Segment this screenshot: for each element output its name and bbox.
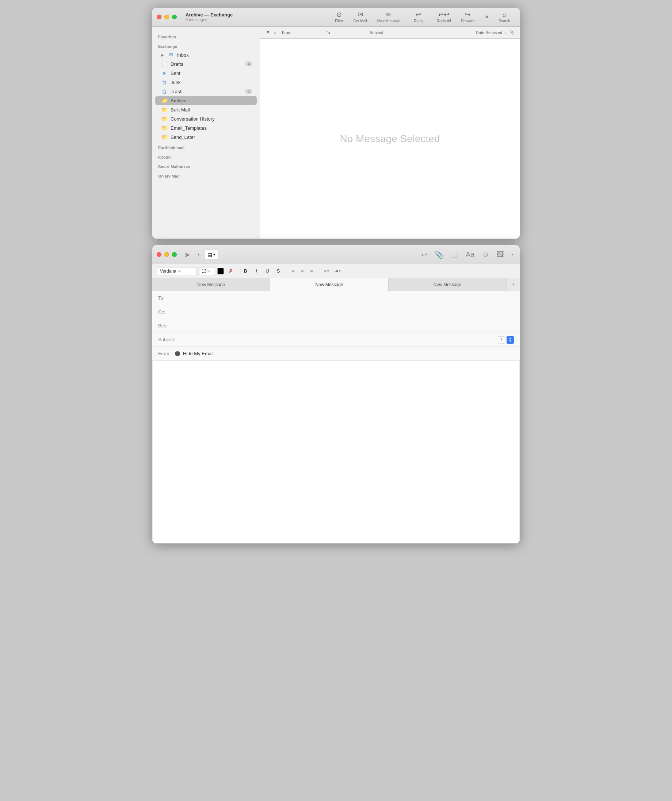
bold-button[interactable]: B xyxy=(241,267,250,275)
subject-label: Subject: xyxy=(158,337,180,343)
sidebar-item-trash[interactable]: 🗑 Trash 6 xyxy=(155,87,257,96)
photo-button[interactable]: 🖼 xyxy=(494,249,506,260)
date-label: Date Received xyxy=(476,31,502,35)
maximize-button[interactable] xyxy=(172,14,177,19)
attach-button[interactable]: 📎 xyxy=(432,249,446,261)
sent-icon: ➤ xyxy=(161,70,168,76)
subject-input[interactable] xyxy=(180,337,498,343)
toolbar: ⊙ Filter ✉ Get Mail ✏ New Message ↩ Repl… xyxy=(330,9,515,25)
sidebar-item-email-templates[interactable]: 📁 Email_Templates xyxy=(155,124,257,132)
photo-dropdown-button[interactable]: ▾ xyxy=(509,251,515,258)
compose-tab-2[interactable]: New Message xyxy=(270,278,388,291)
compose-tab-2-label: New Message xyxy=(315,282,343,287)
email-templates-icon: 📁 xyxy=(161,125,168,131)
cc-input[interactable] xyxy=(180,309,514,315)
close-button[interactable] xyxy=(157,14,162,19)
compose-body[interactable] xyxy=(152,361,520,544)
compose-fields: To: Cc: Bcc: Subject: ! ▲ ▼ xyxy=(152,291,520,361)
undo-button[interactable]: ↩ xyxy=(419,249,430,261)
bcc-input[interactable] xyxy=(180,323,514,328)
priority-badge[interactable]: ! xyxy=(498,336,505,344)
compose-tab-3-label: New Message xyxy=(433,282,461,287)
to-input[interactable] xyxy=(180,295,514,301)
strikethrough-button[interactable]: S xyxy=(274,267,283,275)
no-message-text: No Message Selected xyxy=(340,133,440,145)
text-color-swatch[interactable] xyxy=(217,268,224,274)
format-toolbar: Verdana ⇅ 13 ⇅ ✗ B I U S ≡ ≡ ≡ ≡ ▾ ⇥ ▾ xyxy=(152,264,520,278)
compose-close-button[interactable] xyxy=(157,252,162,257)
font-size-button[interactable]: Aa xyxy=(464,249,476,260)
align-left-button[interactable]: ≡ xyxy=(289,267,298,275)
sidebar-section-smart: Smart Mailboxes xyxy=(152,161,260,170)
col-from[interactable]: From xyxy=(281,31,324,35)
archive-icon: 📁 xyxy=(161,98,168,103)
sidebar-item-inbox[interactable]: ▶ ✉ Inbox xyxy=(155,50,257,59)
reply-all-button[interactable]: ↩↩ Reply All xyxy=(432,9,456,25)
get-mail-button[interactable]: ✉ Get Mail xyxy=(348,9,372,25)
subject-stepper[interactable]: ▲ ▼ xyxy=(507,336,514,344)
sidebar-item-bulk-mail[interactable]: 📁 Bulk Mail xyxy=(155,105,257,114)
compose-maximize-button[interactable] xyxy=(172,252,177,257)
align-right-button[interactable]: ≡ xyxy=(307,267,316,275)
align-center-button[interactable]: ≡ xyxy=(298,267,307,275)
font-name: Verdana xyxy=(160,269,176,274)
format-eraser-button[interactable]: ✗ xyxy=(226,267,235,275)
compose-minimize-button[interactable] xyxy=(164,252,169,257)
search-button[interactable]: ⌕ Search xyxy=(493,9,515,25)
view-dropdown-icon: ▾ xyxy=(213,253,215,257)
new-message-label: New Message xyxy=(377,19,400,23)
send-dropdown-arrow[interactable]: ▾ xyxy=(197,252,200,257)
sidebar-item-junk[interactable]: 🗑 Junk xyxy=(155,78,257,87)
list-button[interactable]: ≡ ▾ xyxy=(322,267,331,275)
drafts-icon: 📄 xyxy=(161,61,168,67)
format-divider-2 xyxy=(285,268,286,274)
sidebar-item-sent[interactable]: ➤ Sent xyxy=(155,69,257,77)
message-list-area: ⚑ ○ From To Subject Date Received ⌄ 📎 No… xyxy=(260,27,520,239)
filter-button[interactable]: ⊙ Filter xyxy=(330,9,348,25)
send-button[interactable]: ➤ xyxy=(181,248,193,261)
emoji-button[interactable]: ☺ xyxy=(480,249,492,260)
compose-tab-3[interactable]: New Message xyxy=(388,278,507,291)
sidebar-section-onmymac: On My Mac xyxy=(152,170,260,180)
to-label: To: xyxy=(158,295,180,301)
add-tab-button[interactable]: + xyxy=(507,278,520,291)
window-subtitle: 0 messages xyxy=(186,18,233,22)
sidebar-item-drafts[interactable]: 📄 Drafts 4 xyxy=(155,60,257,68)
reply-icon: ↩ xyxy=(415,11,421,18)
minimize-button[interactable] xyxy=(164,14,169,19)
bcc-label: Bcc: xyxy=(158,323,180,328)
more-button[interactable]: » xyxy=(480,11,493,23)
new-message-button[interactable]: ✏ New Message xyxy=(372,9,406,25)
subject-field: Subject: ! ▲ ▼ xyxy=(152,333,520,347)
filter-label: Filter xyxy=(335,19,343,23)
reply-button[interactable]: ↩ Reply xyxy=(409,9,428,25)
indent-icon: ⇥ xyxy=(334,268,338,274)
message-list-header: ⚑ ○ From To Subject Date Received ⌄ 📎 xyxy=(260,27,520,39)
reply-all-label: Reply All xyxy=(437,19,451,23)
sidebar: Favorites Exchange ▶ ✉ Inbox 📄 Drafts 4 … xyxy=(152,27,260,239)
col-date[interactable]: Date Received ⌄ xyxy=(453,31,508,35)
underline-button[interactable]: U xyxy=(263,267,272,275)
forward-button[interactable]: ↪ Forward xyxy=(456,9,480,25)
trash-icon: 🗑 xyxy=(161,88,168,94)
mail-body: Favorites Exchange ▶ ✉ Inbox 📄 Drafts 4 … xyxy=(152,27,520,239)
reply-label: Reply xyxy=(414,19,423,23)
font-selector[interactable]: Verdana ⇅ xyxy=(157,267,197,275)
col-subject[interactable]: Subject xyxy=(368,31,453,35)
sidebar-item-conversation-history[interactable]: 📁 Conversation History xyxy=(155,114,257,123)
sidebar-item-send-later[interactable]: 📁 Send_Later xyxy=(155,133,257,142)
markup-button[interactable]: ⬜ xyxy=(449,249,460,259)
mail-title-bar: Archive — Exchange 0 messages ⊙ Filter ✉… xyxy=(152,8,520,27)
from-email[interactable]: Hide My Email xyxy=(183,351,214,356)
compose-tab-1[interactable]: New Message xyxy=(152,278,270,291)
col-to[interactable]: To xyxy=(324,31,368,35)
view-toggle-button[interactable]: ▤ ▾ xyxy=(204,249,218,260)
font-size-selector[interactable]: 13 ⇅ xyxy=(199,267,215,275)
toolbar-divider-1 xyxy=(407,12,407,22)
sidebar-item-label-archive: Archive xyxy=(170,98,252,103)
italic-button[interactable]: I xyxy=(252,267,261,275)
priority-icon: ! xyxy=(501,338,502,342)
inbox-expand-arrow: ▶ xyxy=(161,53,164,57)
indent-button[interactable]: ⇥ ▾ xyxy=(333,267,342,275)
sidebar-item-archive[interactable]: 📁 Archive xyxy=(155,96,257,105)
